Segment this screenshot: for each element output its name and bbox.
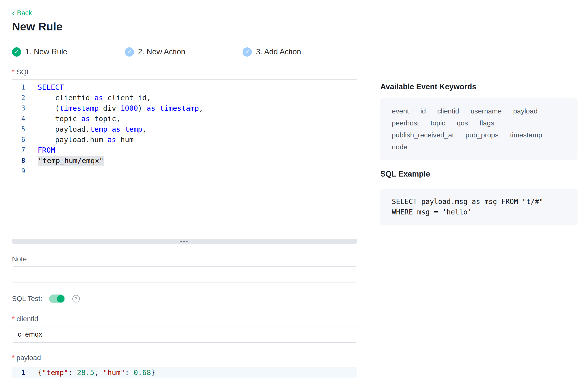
chevron-left-icon: ‹ <box>12 9 15 16</box>
payload-label-text: payload <box>16 354 41 362</box>
line-number: 7 <box>12 145 25 155</box>
sql-editor-wrap: 1SELECT2 clientid as client_id,3 (timest… <box>12 79 357 244</box>
event-keyword: username <box>470 107 502 115</box>
sql-test-row: SQL Test: ? <box>12 294 357 304</box>
toggle-knob <box>57 295 64 302</box>
code-line: 2 clientid as client_id, <box>12 93 357 103</box>
line-number: 6 <box>12 134 25 145</box>
code-line: 8"temp_hum/emqx" <box>12 155 357 166</box>
back-link[interactable]: ‹ Back <box>12 9 32 17</box>
sql-example-line: SELECT payload.msg as msg FROM "t/#" <box>392 196 566 207</box>
event-keyword: timestamp <box>510 131 542 139</box>
code-line: 9 <box>12 166 357 176</box>
sql-example-line: WHERE msg = 'hello' <box>392 207 566 217</box>
line-number: 8 <box>12 155 25 166</box>
step-connector-line <box>192 52 236 52</box>
event-keyword: peerhost <box>392 119 419 127</box>
event-keyword: publish_received_at <box>392 131 454 139</box>
code-text: payload.temp as temp, <box>25 124 147 134</box>
clientid-field-label: * clientid <box>12 315 357 323</box>
event-keyword: flags <box>479 119 494 127</box>
sql-example-box: SELECT payload.msg as msg FROM "t/#"WHER… <box>380 189 578 225</box>
line-number: 2 <box>12 93 25 103</box>
code-text: {"temp": 28.5, "hum": 0.68} <box>25 367 155 378</box>
sql-example-title: SQL Example <box>380 170 578 179</box>
code-text: (timestamp div 1000) as timestamp, <box>25 103 203 113</box>
sql-code-editor[interactable]: 1SELECT2 clientid as client_id,3 (timest… <box>12 79 357 239</box>
payload-code-editor[interactable]: 1{"temp": 28.5, "hum": 0.68} <box>12 365 357 391</box>
required-asterisk: * <box>12 68 15 76</box>
code-text: topic as topic, <box>25 113 121 124</box>
code-line: 6 payload.hum as hum <box>12 134 357 145</box>
line-number: 9 <box>12 166 25 176</box>
step-label: 1. New Rule <box>25 47 67 56</box>
code-line: 4 topic as topic, <box>12 113 357 124</box>
event-keyword: node <box>392 143 407 151</box>
code-line: 1{"temp": 28.5, "hum": 0.68} <box>12 367 357 378</box>
step-3: ✓3. Add Action <box>243 47 301 57</box>
required-asterisk: * <box>12 354 15 362</box>
line-number: 1 <box>12 82 25 93</box>
step-check-icon: ✓ <box>12 47 21 57</box>
help-icon[interactable]: ? <box>72 295 80 302</box>
step-1: ✓1. New Rule <box>12 47 67 57</box>
event-keywords-box: eventidclientidusernamepayloadpeerhostto… <box>380 98 578 160</box>
step-connector-line <box>74 52 118 52</box>
new-rule-page: ‹ Back New Rule ✓1. New Rule✓2. New Acti… <box>0 0 588 391</box>
page-title: New Rule <box>12 20 357 33</box>
line-number: 3 <box>12 103 25 113</box>
steps-indicator: ✓1. New Rule✓2. New Action✓3. Add Action <box>12 47 357 57</box>
code-line: 3 (timestamp div 1000) as timestamp, <box>12 103 357 113</box>
sql-test-toggle[interactable] <box>49 294 65 303</box>
step-2: ✓2. New Action <box>125 47 185 57</box>
line-number: 4 <box>12 113 25 124</box>
step-label: 3. Add Action <box>256 47 301 56</box>
step-check-icon: ✓ <box>125 47 134 57</box>
event-keyword: payload <box>513 107 538 115</box>
event-keyword: clientid <box>437 107 459 115</box>
sql-field-label: * SQL <box>12 68 357 76</box>
line-number: 1 <box>12 367 25 378</box>
help-panel: Available Event Keywords eventidclientid… <box>380 82 578 225</box>
main-content: ‹ Back New Rule ✓1. New Rule✓2. New Acti… <box>12 9 357 391</box>
event-keyword: id <box>421 107 426 115</box>
code-text: FROM <box>25 145 55 155</box>
event-keywords-title: Available Event Keywords <box>380 82 578 91</box>
step-check-icon: ✓ <box>243 47 252 57</box>
note-input[interactable] <box>12 266 357 283</box>
required-asterisk: * <box>12 315 15 323</box>
code-text: payload.hum as hum <box>25 134 134 145</box>
code-text: clientid as client_id, <box>25 93 151 103</box>
code-line: 5 payload.temp as temp, <box>12 124 357 134</box>
event-keyword: event <box>392 107 409 115</box>
code-text: "temp_hum/emqx" <box>25 155 104 166</box>
note-label-text: Note <box>12 255 27 263</box>
event-keyword: topic <box>431 119 445 127</box>
code-text: SELECT <box>25 82 64 93</box>
editor-resize-handle[interactable]: ••• <box>12 239 357 244</box>
clientid-input[interactable] <box>12 326 357 343</box>
sql-test-label: SQL Test: <box>12 295 42 303</box>
clientid-label-text: clientid <box>16 315 38 323</box>
code-line: 1SELECT <box>12 82 357 93</box>
event-keyword: qos <box>457 119 468 127</box>
code-line: 7FROM <box>12 145 357 155</box>
back-label: Back <box>17 9 32 17</box>
step-label: 2. New Action <box>138 47 185 56</box>
event-keyword: pub_props <box>465 131 498 139</box>
payload-field-label: * payload <box>12 354 357 362</box>
line-number: 5 <box>12 124 25 134</box>
note-field-label: Note <box>12 255 357 263</box>
sql-label-text: SQL <box>16 68 30 76</box>
